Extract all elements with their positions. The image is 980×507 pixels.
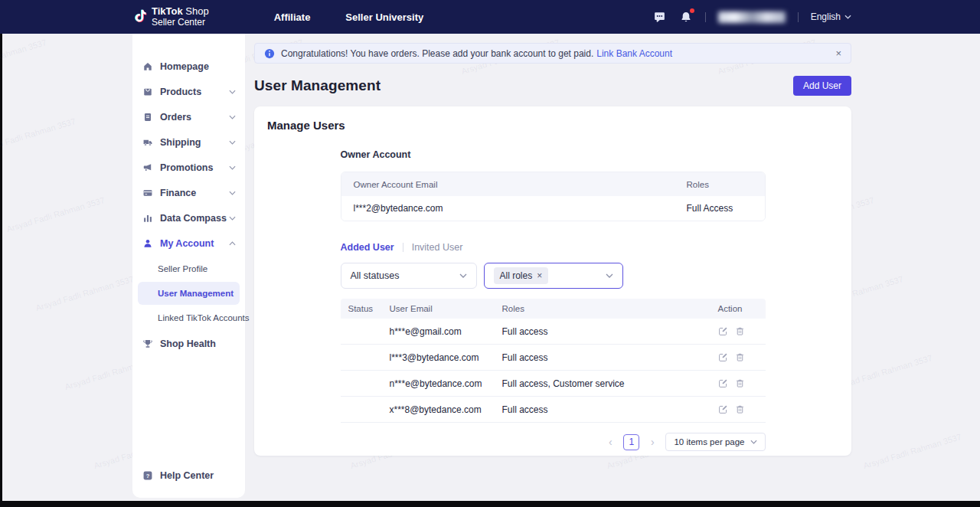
logo-subtitle: Seller Center bbox=[152, 18, 209, 28]
data-compass-chart-icon bbox=[142, 213, 153, 224]
sidebar-item-shipping[interactable]: Shipping bbox=[132, 129, 245, 155]
chevron-down-icon bbox=[229, 140, 236, 145]
chevron-down-icon bbox=[606, 273, 613, 278]
nav-links: Affiliate Seller University bbox=[274, 11, 424, 23]
edit-icon[interactable] bbox=[718, 404, 728, 414]
next-page-button[interactable]: › bbox=[645, 434, 660, 450]
user-tabs: Added User Invited User bbox=[341, 242, 766, 253]
home-icon bbox=[142, 61, 153, 72]
sidebar-item-promotions[interactable]: Promotions bbox=[132, 155, 245, 180]
items-per-page-value: 10 items per page bbox=[674, 437, 744, 446]
page-number-button[interactable]: 1 bbox=[623, 434, 639, 450]
owner-email-header: Owner Account Email bbox=[354, 180, 687, 189]
tiktok-note-icon bbox=[131, 8, 147, 25]
language-selector[interactable]: English bbox=[811, 11, 851, 22]
sidebar: Homepage Products Orders Shipping Promot… bbox=[132, 34, 245, 498]
nav-divider bbox=[705, 12, 706, 22]
sidebar-item-products[interactable]: Products bbox=[132, 79, 245, 104]
roles-chip-label: All roles bbox=[500, 270, 533, 281]
owner-roles-header: Roles bbox=[687, 180, 753, 189]
chevron-down-icon bbox=[229, 191, 236, 195]
notification-banner: Congratulations! You have orders. Please… bbox=[254, 43, 851, 64]
sidebar-item-orders[interactable]: Orders bbox=[132, 104, 245, 129]
top-navbar: TikTok Shop Seller Center Affiliate Sell… bbox=[0, 0, 980, 34]
sidebar-item-homepage[interactable]: Homepage bbox=[132, 54, 245, 79]
pagination: ‹ 1 › 10 items per page bbox=[341, 433, 766, 451]
tab-added-user[interactable]: Added User bbox=[341, 242, 394, 253]
edit-icon[interactable] bbox=[718, 378, 728, 388]
items-per-page-select[interactable]: 10 items per page bbox=[665, 433, 765, 451]
delete-icon[interactable] bbox=[735, 378, 745, 388]
notification-dot bbox=[690, 8, 694, 13]
sidebar-item-help-center[interactable]: ? Help Center bbox=[132, 470, 245, 481]
table-row: x***8@bytedance.com Full access bbox=[341, 397, 766, 423]
nav-link-seller-university[interactable]: Seller University bbox=[345, 11, 423, 23]
owner-roles-value: Full Access bbox=[687, 203, 753, 214]
chevron-down-icon bbox=[229, 115, 236, 119]
tab-invited-user[interactable]: Invited User bbox=[412, 242, 463, 253]
sidebar-item-label: Orders bbox=[160, 112, 229, 123]
sidebar-subitem-linked-tiktok-accounts[interactable]: Linked TikTok Accounts bbox=[138, 306, 240, 329]
owner-table-header: Owner Account Email Roles bbox=[341, 172, 765, 196]
table-row: h***e@gmail.com Full access bbox=[341, 319, 766, 345]
link-bank-account-link[interactable]: Link Bank Account bbox=[596, 48, 672, 59]
status-filter-value: All statuses bbox=[351, 270, 400, 281]
chevron-down-icon bbox=[229, 90, 236, 94]
sidebar-item-my-account[interactable]: My Account bbox=[132, 231, 245, 256]
edit-icon[interactable] bbox=[718, 326, 728, 336]
filters-row: All statuses All roles × bbox=[341, 263, 766, 289]
roles-filter-select[interactable]: All roles × bbox=[484, 263, 623, 289]
user-roles: Full access bbox=[502, 326, 718, 337]
sidebar-item-label: My Account bbox=[160, 238, 229, 249]
sidebar-subitem-user-management[interactable]: User Management bbox=[138, 282, 240, 305]
status-header: Status bbox=[341, 304, 390, 313]
sidebar-item-label: Products bbox=[160, 87, 229, 97]
owner-table-row: l***2@bytedance.com Full Access bbox=[341, 196, 765, 221]
roles-header: Roles bbox=[502, 304, 718, 313]
owner-email-value: l***2@bytedance.com bbox=[354, 203, 687, 214]
delete-icon[interactable] bbox=[735, 326, 745, 336]
products-box-icon bbox=[142, 87, 153, 97]
delete-icon[interactable] bbox=[735, 404, 745, 414]
orders-document-icon bbox=[142, 112, 153, 123]
screen-edge-left bbox=[0, 34, 2, 507]
info-icon bbox=[264, 48, 275, 59]
page-title: User Management bbox=[254, 77, 381, 94]
my-account-user-icon bbox=[142, 238, 153, 249]
notifications-bell-icon[interactable] bbox=[679, 10, 693, 24]
sidebar-item-label: Shipping bbox=[160, 137, 229, 148]
add-user-button[interactable]: Add User bbox=[793, 76, 851, 96]
prev-page-button[interactable]: ‹ bbox=[603, 434, 618, 450]
chevron-down-icon bbox=[229, 165, 236, 170]
user-email-header: User Email bbox=[390, 304, 502, 313]
logo-text: TikTok Shop Seller Center bbox=[152, 6, 209, 27]
finance-card-icon bbox=[142, 188, 153, 198]
status-filter-select[interactable]: All statuses bbox=[341, 263, 477, 289]
sidebar-item-shop-health[interactable]: Shop Health bbox=[132, 331, 245, 356]
nav-link-affiliate[interactable]: Affiliate bbox=[274, 11, 311, 23]
page-header: User Management Add User bbox=[254, 75, 851, 96]
sidebar-item-label: Shop Health bbox=[160, 339, 236, 349]
delete-icon[interactable] bbox=[735, 352, 745, 362]
sidebar-item-finance[interactable]: Finance bbox=[132, 180, 245, 205]
edit-icon[interactable] bbox=[718, 352, 728, 362]
sidebar-subitem-seller-profile[interactable]: Seller Profile bbox=[138, 257, 240, 280]
sidebar-item-label: Finance bbox=[160, 188, 229, 198]
users-table-header: Status User Email Roles Action bbox=[341, 299, 766, 319]
sidebar-item-label: Homepage bbox=[160, 61, 236, 72]
chevron-down-icon bbox=[459, 273, 467, 278]
account-name-blurred[interactable] bbox=[718, 11, 786, 23]
banner-close-icon[interactable]: × bbox=[835, 48, 841, 58]
tab-divider bbox=[403, 243, 403, 252]
shop-health-trophy-icon bbox=[142, 339, 153, 349]
sidebar-item-label: Data Compass bbox=[160, 213, 229, 224]
chat-icon[interactable] bbox=[653, 10, 667, 24]
table-row: l***3@bytedance.com Full access bbox=[341, 345, 766, 371]
card-title: Manage Users bbox=[254, 106, 851, 132]
user-roles: Full access, Customer service bbox=[502, 378, 718, 389]
tiktok-shop-logo[interactable]: TikTok Shop Seller Center bbox=[131, 6, 209, 27]
sidebar-item-data-compass[interactable]: Data Compass bbox=[132, 205, 245, 231]
sidebar-item-label: Help Center bbox=[160, 470, 214, 481]
chip-remove-icon[interactable]: × bbox=[537, 271, 542, 280]
help-question-icon: ? bbox=[142, 470, 153, 481]
